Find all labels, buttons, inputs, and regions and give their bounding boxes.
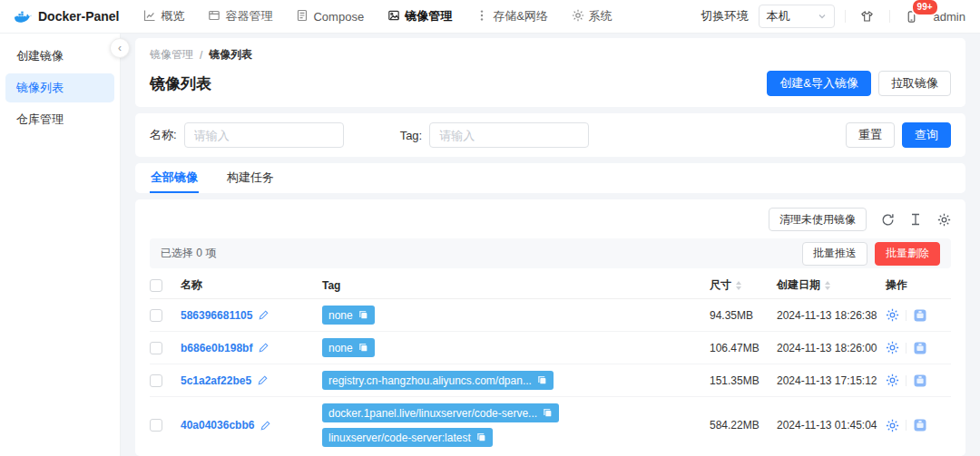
tag-label: none <box>328 342 353 354</box>
header-name: 名称 <box>181 277 322 293</box>
table-toolbar: 清理未使用镜像 <box>150 207 951 232</box>
image-id-link[interactable]: 40a04036cbb6 <box>181 419 254 432</box>
header-size: 尺寸 <box>710 277 731 293</box>
filter-card: 名称: Tag: 重置 查询 <box>135 113 965 157</box>
image-export-icon[interactable] <box>913 308 927 323</box>
env-select[interactable]: 本机 <box>759 5 835 28</box>
app-logo: Docker-Panel <box>15 9 119 24</box>
copy-icon[interactable] <box>537 375 547 385</box>
tag-pill: registry.cn-hangzhou.aliyuncs.com/dpan..… <box>322 371 554 390</box>
sidebar-item-label: 创建镜像 <box>16 48 64 64</box>
tab-all-images[interactable]: 全部镜像 <box>150 163 199 193</box>
search-button[interactable]: 查询 <box>902 122 951 148</box>
tag-label: none <box>328 309 353 322</box>
sidebar-item-image-list[interactable]: 镜像列表 <box>5 73 114 102</box>
image-export-icon[interactable] <box>913 341 927 355</box>
nav-item-containers[interactable]: 容器管理 <box>196 0 284 33</box>
nav-item-label: 存储&网络 <box>493 8 548 24</box>
app-title: Docker-Panel <box>38 9 119 24</box>
pull-image-button[interactable]: 拉取镜像 <box>878 71 951 96</box>
tab-build-tasks[interactable]: 构建任务 <box>226 163 275 193</box>
theme-shirt-icon[interactable] <box>856 5 879 28</box>
date-sort-icon[interactable] <box>825 281 830 290</box>
nav-item-label: 系统 <box>589 8 612 24</box>
nav-item-label: 概览 <box>161 8 184 24</box>
image-export-icon[interactable] <box>913 374 927 388</box>
image-id-link[interactable]: b686e0b198bf <box>181 342 252 354</box>
image-id-link[interactable]: 5c1a2af22be5 <box>181 374 251 387</box>
storage-icon <box>475 9 488 24</box>
row-height-icon[interactable] <box>908 212 923 227</box>
nav-item-images[interactable]: 镜像管理 <box>376 0 464 33</box>
table-body: 586396681105none94.35MB2024-11-13 18:26:… <box>150 299 951 449</box>
tag-filter-input[interactable] <box>429 122 589 148</box>
batch-delete-button[interactable]: 批量删除 <box>875 242 940 266</box>
copy-icon[interactable] <box>543 408 553 418</box>
nav-item-system[interactable]: 系统 <box>560 0 624 33</box>
sidebar-item-label: 镜像列表 <box>16 80 64 96</box>
name-filter-input[interactable] <box>184 122 344 148</box>
sidebar-item-label: 仓库管理 <box>16 112 64 128</box>
size-sort-icon[interactable] <box>736 281 741 290</box>
env-select-value: 本机 <box>767 8 790 24</box>
clean-unused-images-button[interactable]: 清理未使用镜像 <box>769 208 867 231</box>
tag-label: linuxserver/code-server:latest <box>328 432 471 444</box>
row-checkbox[interactable] <box>150 309 162 322</box>
image-settings-gear-icon[interactable] <box>886 308 899 322</box>
divider <box>906 375 906 386</box>
tag-pill: none <box>322 338 375 357</box>
breadcrumb-parent[interactable]: 镜像管理 <box>150 47 193 63</box>
image-size: 94.35MB <box>710 309 777 322</box>
edit-icon[interactable] <box>257 374 269 386</box>
sidebar-item-registry-management[interactable]: 仓库管理 <box>5 105 114 134</box>
image-id-link[interactable]: 586396681105 <box>181 309 252 322</box>
gear-icon <box>572 9 584 24</box>
sidebar-items: 创建镜像镜像列表仓库管理 <box>0 42 120 134</box>
row-checkbox[interactable] <box>150 342 162 354</box>
create-import-image-button[interactable]: 创建&导入镜像 <box>767 71 871 96</box>
notification-icon[interactable]: 99+ <box>900 5 924 28</box>
nav-item-label: Compose <box>313 10 364 24</box>
breadcrumb-current: 镜像列表 <box>209 47 252 63</box>
image-icon <box>387 9 400 24</box>
edit-icon[interactable] <box>260 420 271 432</box>
main-content: 镜像管理 / 镜像列表 镜像列表 创建&导入镜像 拉取镜像 名称: Tag: <box>121 34 980 456</box>
sidebar-collapse-button[interactable]: ‹ <box>110 38 130 58</box>
copy-icon[interactable] <box>358 343 368 353</box>
row-checkbox[interactable] <box>150 374 162 387</box>
copy-icon[interactable] <box>358 310 368 320</box>
page-header-card: 镜像管理 / 镜像列表 镜像列表 创建&导入镜像 拉取镜像 <box>135 38 965 107</box>
edit-icon[interactable] <box>258 309 270 321</box>
row-checkbox[interactable] <box>150 419 162 432</box>
tag-pill: none <box>322 306 375 325</box>
breadcrumb: 镜像管理 / 镜像列表 <box>150 47 951 63</box>
image-settings-gear-icon[interactable] <box>886 374 899 387</box>
tag-filter-label: Tag: <box>400 129 423 142</box>
top-navbar: Docker-Panel 概览容器管理Compose镜像管理存储&网络系统 切换… <box>0 0 980 34</box>
table-row: 586396681105none94.35MB2024-11-13 18:26:… <box>150 299 951 332</box>
page-title: 镜像列表 <box>150 73 211 94</box>
sidebar-item-create-image[interactable]: 创建镜像 <box>5 42 114 71</box>
select-all-checkbox[interactable] <box>150 279 162 292</box>
batch-push-button[interactable]: 批量推送 <box>802 242 867 266</box>
tag-label: registry.cn-hangzhou.aliyuncs.com/dpan..… <box>328 374 532 387</box>
nav-item-overview[interactable]: 概览 <box>132 0 196 33</box>
image-settings-gear-icon[interactable] <box>886 419 899 432</box>
table-row: b686e0b198bfnone106.47MB2024-11-13 18:26… <box>150 332 951 364</box>
table-header: 名称 Tag 尺寸 创建日期 操作 <box>150 272 951 299</box>
image-export-icon[interactable] <box>913 418 927 432</box>
divider <box>906 420 906 431</box>
edit-icon[interactable] <box>258 342 270 354</box>
image-size: 151.35MB <box>710 374 777 387</box>
divider <box>889 10 890 23</box>
nav-item-storage-network[interactable]: 存储&网络 <box>464 0 560 33</box>
env-switch-label: 切换环境 <box>701 8 749 24</box>
nav-item-compose[interactable]: Compose <box>284 0 376 33</box>
notification-badge: 99+ <box>911 0 939 16</box>
image-settings-gear-icon[interactable] <box>886 341 899 354</box>
copy-icon[interactable] <box>476 432 486 442</box>
image-created-date: 2024-11-13 18:26:38 <box>777 309 886 322</box>
refresh-icon[interactable] <box>880 212 895 227</box>
reset-button[interactable]: 重置 <box>846 122 895 148</box>
column-settings-gear-icon[interactable] <box>936 212 951 227</box>
